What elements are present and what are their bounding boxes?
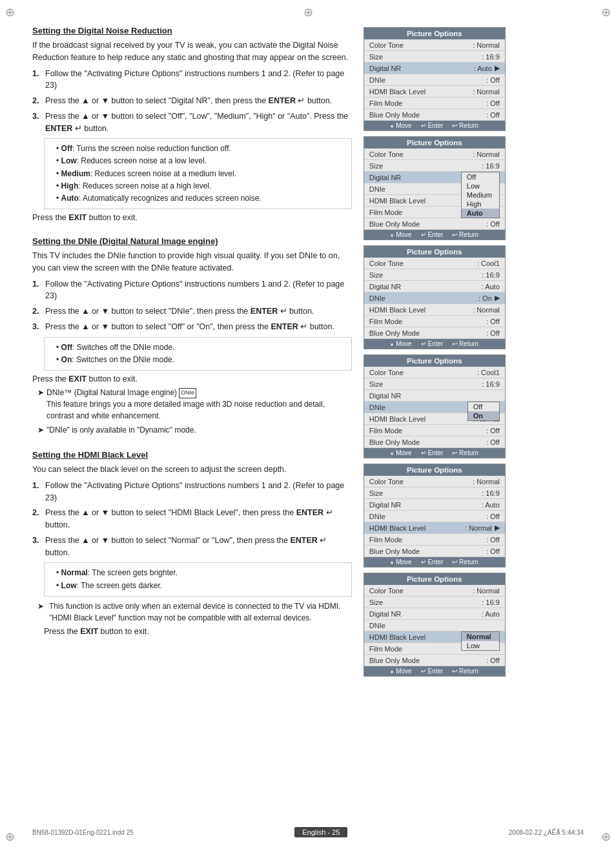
footer-enter: ↵ Enter: [421, 340, 444, 347]
panel-footer: ⬧ Move ↵ Enter ↩ Return: [364, 339, 505, 349]
panel-row: Blue Only Mode : Off: [364, 218, 505, 230]
row-value: : Off: [486, 536, 500, 544]
row-label: Blue Only Mode: [369, 220, 420, 228]
row-value: : Normal: [473, 150, 500, 158]
footer-enter: ↵ Enter: [421, 449, 444, 456]
row-value: : Off: [486, 547, 500, 555]
section-intro-hdmi: You can select the black level on the sc…: [32, 464, 352, 476]
row-value: : Off: [486, 76, 500, 84]
row-label: DNIe: [369, 294, 385, 302]
arrow-icon: ➤: [37, 424, 44, 436]
panel-row: Blue Only Mode : Off: [364, 436, 505, 448]
panel-row: Color Tone : Normal: [364, 39, 505, 51]
dropdown-item[interactable]: Medium: [462, 190, 499, 199]
row-value: : Cool1: [477, 369, 500, 376]
footer-return: ↩ Return: [452, 558, 478, 566]
step-dnr-3: 3. Press the ▲ or ▼ button to select "Of…: [32, 110, 352, 135]
row-value: : On: [478, 294, 492, 302]
row-label: Size: [369, 380, 383, 388]
section-title-hdmi: Setting the HDMI Black Level: [32, 450, 352, 460]
step-num: 2.: [32, 305, 43, 318]
row-value: : Normal: [473, 306, 500, 314]
row-arrow: ▶: [495, 294, 500, 302]
row-label: Film Mode: [369, 427, 402, 435]
step-dnr-2: 2. Press the ▲ or ▼ button to select "Di…: [32, 95, 352, 107]
bullet-item: Medium: Reduces screen noise at a medium…: [51, 168, 345, 180]
dropdown-item[interactable]: Low: [462, 181, 499, 190]
crosshair-top-right: ⊕: [601, 5, 611, 19]
panel-row: Size : 16:9: [364, 597, 505, 608]
dropdown-item-active[interactable]: Auto: [462, 209, 499, 218]
panel-row: DNIe: [364, 620, 505, 631]
row-value: : 16:9: [482, 162, 500, 170]
page: ⊕ ⊕ ⊕ ⊕ ⊕ Setting the Digital Noise Redu…: [0, 0, 616, 849]
panel-row: Blue Only Mode : Off: [364, 327, 505, 339]
panel-row: Film Mode : Off: [364, 316, 505, 327]
panel-footer: ⬧ Move ↵ Enter ↩ Return: [364, 230, 505, 240]
panel-row: Color Tone : Cool1: [364, 258, 505, 269]
dropdown-item-active[interactable]: Normal: [462, 632, 499, 641]
panel-row: Film Mode : Off: [364, 534, 505, 546]
row-label: HDMI Black Level: [369, 197, 426, 205]
note-dnie-1: ➤ DNIe™ (Digital Natural Image engine) D…: [37, 387, 352, 422]
step-num: 3.: [32, 535, 43, 559]
footer-move: ⬧ Move: [390, 558, 411, 566]
row-value: : Normal: [473, 88, 500, 96]
row-label: Film Mode: [369, 209, 402, 216]
row-value: : Off: [486, 513, 500, 520]
row-value: : Off: [486, 329, 500, 337]
row-label: Blue Only Mode: [369, 438, 420, 446]
dropdown-item[interactable]: Off: [468, 402, 499, 411]
right-column: Picture Options Color Tone : Normal Size…: [364, 26, 584, 677]
section-title-dnr: Setting the Digital Noise Reduction: [32, 26, 352, 36]
panel-row: Blue Only Mode : Off: [364, 655, 505, 666]
main-content: Setting the Digital Noise Reduction If t…: [32, 26, 584, 677]
bullet-item: On: Switches on the DNIe mode.: [51, 354, 345, 366]
row-label: DNIe: [369, 185, 385, 193]
row-label: Size: [369, 271, 383, 279]
note-text: "DNIe" is only available in "Dynamic" mo…: [46, 424, 196, 436]
panel-row-highlighted: DNIe : On ▶: [364, 292, 505, 304]
step-num: 3.: [32, 110, 43, 135]
panel-3: Picture Options Color Tone : Cool1 Size …: [364, 245, 506, 349]
panel-row: Size : 16:9: [364, 160, 505, 172]
footer-return: ↩ Return: [452, 340, 478, 347]
note-text: DNIe™ (Digital Natural Image engine) DNI…: [46, 387, 352, 422]
footer-return: ↩ Return: [452, 231, 478, 238]
panel-6: Picture Options Color Tone : Normal Size…: [364, 573, 506, 677]
row-label: Blue Only Mode: [369, 329, 420, 337]
dropdown-item[interactable]: Low: [462, 641, 499, 650]
panel-footer: ⬧ Move ↵ Enter ↩ Return: [364, 666, 505, 676]
panel-footer: ⬧ Move ↵ Enter ↩ Return: [364, 448, 505, 458]
step-text: Follow the "Activating Picture Options" …: [45, 480, 352, 504]
panel-row: Digital NR : Auto: [364, 281, 505, 292]
row-label: Blue Only Mode: [369, 657, 420, 664]
row-value: : Normal: [473, 587, 500, 595]
page-footer: BN68-01392D-01Eng-0221.indd 25 English -…: [0, 827, 616, 837]
row-label: Color Tone: [369, 587, 404, 595]
bullet-item: Off: Turns the screen noise reduction fu…: [51, 143, 345, 155]
step-num: 1.: [32, 68, 43, 92]
dropdown-item[interactable]: High: [462, 199, 499, 209]
panel-row: HDMI Black Level : Normal: [364, 304, 505, 316]
left-column: Setting the Digital Noise Reduction If t…: [32, 26, 352, 677]
panel-row-highlighted: Digital NR Off Low Medium High Auto: [364, 172, 505, 183]
panel-row-highlighted: HDMI Black Level Normal Low: [364, 631, 505, 643]
row-label: Digital NR: [369, 283, 402, 291]
footer-move: ⬧ Move: [390, 668, 411, 675]
dropdown-item-active[interactable]: On: [468, 411, 499, 420]
footer-enter: ↵ Enter: [421, 668, 444, 675]
row-label: Digital NR: [369, 501, 402, 509]
arrow-icon: ➤: [37, 600, 44, 624]
dropdown-item[interactable]: Off: [462, 172, 499, 181]
panel-row: Film Mode : Off: [364, 425, 505, 436]
row-value: : Normal: [473, 478, 500, 486]
row-label: Color Tone: [369, 150, 404, 158]
exit-hdmi: Press the EXIT button to exit.: [44, 627, 352, 636]
panel-title: Picture Options: [364, 355, 505, 367]
row-value: : Auto: [482, 610, 500, 618]
footer-return: ↩ Return: [452, 122, 478, 129]
panel-row-highlighted: HDMI Black Level : Normal ▶: [364, 522, 505, 534]
row-value: : Off: [486, 318, 500, 325]
row-label: HDMI Black Level: [369, 88, 426, 96]
